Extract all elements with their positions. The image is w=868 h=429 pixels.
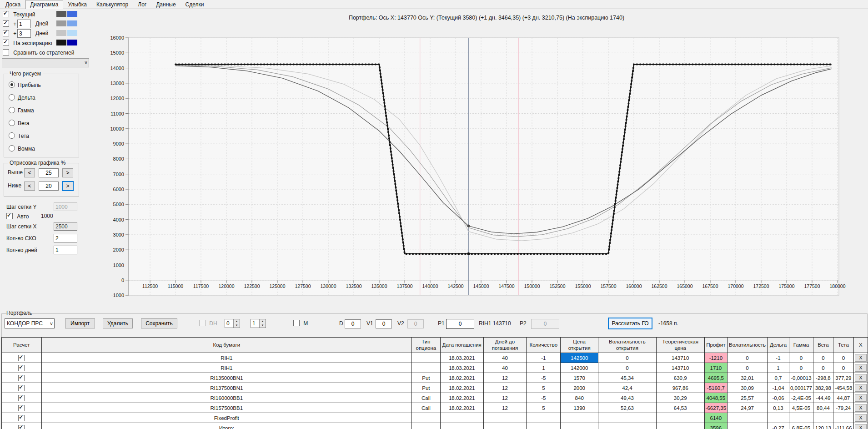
cell-type[interactable]: Put <box>411 373 440 383</box>
tab-Диаграмма[interactable]: Диаграмма <box>25 0 63 9</box>
cell-vol[interactable]: 0 <box>728 353 768 363</box>
cell-date[interactable]: 18.02.2021 <box>440 373 483 383</box>
row-calc-checkbox[interactable] <box>2 373 42 383</box>
layer-expiration-swatch-fill[interactable] <box>67 40 77 45</box>
cell-date[interactable] <box>440 423 483 429</box>
cell-vol[interactable]: 30,09 <box>728 383 768 393</box>
tab-Данные[interactable]: Данные <box>151 0 180 9</box>
cell-days[interactable]: 12 <box>483 403 527 413</box>
cell-delta[interactable]: 1 <box>768 363 789 373</box>
cell-qty[interactable]: 5 <box>527 403 561 413</box>
dh-checkbox[interactable] <box>199 320 206 326</box>
row-delete-cell[interactable]: X <box>853 363 868 373</box>
cell-vol_open[interactable]: 49,43 <box>598 393 657 403</box>
row-delete-cell[interactable]: X <box>853 413 868 423</box>
row-delete-cell[interactable]: X <box>853 383 868 393</box>
cell-type[interactable]: Call <box>411 403 440 413</box>
delete-button[interactable]: Удалить <box>103 318 133 328</box>
dh-spinner-1[interactable]: 0▲▼ <box>225 319 240 328</box>
cell-type[interactable]: Call <box>411 393 440 403</box>
checkbox-icon[interactable] <box>18 415 25 421</box>
portfolio-combo[interactable]: КОНДОР ПРС ∨ <box>5 318 55 328</box>
row-calc-checkbox[interactable] <box>2 383 42 393</box>
cell-date[interactable]: 18.03.2021 <box>440 363 483 373</box>
d-input[interactable] <box>345 319 361 328</box>
below-percent-input[interactable] <box>39 182 59 191</box>
cell-theta[interactable]: -454,58 <box>833 383 853 393</box>
checkbox-icon[interactable] <box>18 395 25 401</box>
cell-gamma[interactable]: -0,00013 <box>789 373 813 383</box>
cell-code[interactable]: RI137500BN1 <box>41 383 411 393</box>
cell-vol_open[interactable]: 45,34 <box>598 373 657 383</box>
import-button[interactable]: Импорт <box>65 318 95 328</box>
tab-Калькулятор[interactable]: Калькулятор <box>92 0 133 9</box>
tab-Лог[interactable]: Лог <box>133 0 151 9</box>
cell-vega[interactable]: 120,13 <box>813 423 833 429</box>
cell-qty[interactable] <box>527 423 561 429</box>
cell-delta[interactable]: -1,04 <box>768 383 789 393</box>
below-increment-button[interactable]: > <box>62 182 73 191</box>
cell-profit[interactable]: 4048,55 <box>704 393 727 403</box>
cell-days[interactable]: 12 <box>483 373 527 383</box>
sko-count-input[interactable] <box>54 234 77 242</box>
strategy-combo[interactable]: ∨ <box>2 58 89 67</box>
cell-theta[interactable]: 0 <box>833 363 853 373</box>
layer-plus1-swatch-fill[interactable] <box>67 20 77 26</box>
cell-type[interactable] <box>411 413 440 423</box>
row-delete-button[interactable]: X <box>855 414 867 422</box>
row-calc-checkbox[interactable] <box>2 353 42 363</box>
row-calc-checkbox[interactable] <box>2 413 42 423</box>
cell-code[interactable]: RI135000BN1 <box>41 373 411 383</box>
layer-plus1-swatch-line[interactable] <box>56 20 66 26</box>
cell-delta[interactable]: -1 <box>768 353 789 363</box>
cell-code[interactable]: RIH1 <box>41 363 411 373</box>
spinner-arrows-icon[interactable]: ▲▼ <box>233 319 240 328</box>
cell-type[interactable] <box>411 353 440 363</box>
cell-theta[interactable]: 377,29 <box>833 373 853 383</box>
row-delete-button[interactable]: X <box>855 354 867 362</box>
cell-type[interactable] <box>411 363 440 373</box>
row-delete-cell[interactable]: X <box>853 393 868 403</box>
above-decrement-button[interactable]: < <box>24 168 35 177</box>
cell-profit[interactable]: 4695,5 <box>704 373 727 383</box>
checkbox-icon[interactable] <box>18 425 25 429</box>
layer-current-checkbox[interactable] <box>3 11 9 17</box>
cell-gamma[interactable]: 4,5E-05 <box>789 403 813 413</box>
v1-input[interactable] <box>376 319 392 328</box>
cell-profit[interactable]: -1210 <box>704 353 727 363</box>
cell-qty[interactable]: -5 <box>527 373 561 383</box>
cell-delta[interactable]: -0,06 <box>768 393 789 403</box>
cell-price[interactable]: 1390 <box>561 403 598 413</box>
cell-vol[interactable] <box>728 423 768 429</box>
cell-code[interactable]: RI160000BB1 <box>41 393 411 403</box>
checkbox-icon[interactable] <box>18 385 25 391</box>
cell-type[interactable] <box>411 423 440 429</box>
cell-date[interactable] <box>440 413 483 423</box>
row-delete-cell[interactable]: X <box>853 353 868 363</box>
compare-strategy-checkbox[interactable] <box>3 49 9 56</box>
above-increment-button[interactable]: > <box>62 168 73 177</box>
cell-delta[interactable]: 0,13 <box>768 403 789 413</box>
cell-days[interactable]: 12 <box>483 393 527 403</box>
cell-theo[interactable]: 143710 <box>656 363 704 373</box>
above-percent-input[interactable] <box>39 168 59 177</box>
cell-date[interactable]: 18.02.2021 <box>440 383 483 393</box>
layer-plus1-checkbox[interactable] <box>3 20 9 27</box>
layer-plus3-swatch-line[interactable] <box>56 30 66 36</box>
row-delete-cell[interactable]: X <box>853 403 868 413</box>
tab-Улыбка[interactable]: Улыбка <box>64 0 92 9</box>
plus1-days-input[interactable] <box>17 20 31 28</box>
row-calc-checkbox[interactable] <box>2 423 42 429</box>
auto-grid-checkbox[interactable] <box>6 213 13 219</box>
calc-margin-button[interactable]: Рассчитать ГО <box>608 318 652 329</box>
cell-vega[interactable]: 382,98 <box>813 383 833 393</box>
cell-profit[interactable]: 1710 <box>704 363 727 373</box>
cell-gamma[interactable]: -2,4E-05 <box>789 393 813 403</box>
cell-profit[interactable]: 3596 <box>704 423 727 429</box>
spinner-arrows-icon[interactable]: ▲▼ <box>259 319 266 328</box>
grid-step-x-input[interactable] <box>54 222 77 231</box>
p2-input[interactable] <box>531 319 559 329</box>
cell-qty[interactable]: -5 <box>527 393 561 403</box>
cell-vol_open[interactable]: 42,4 <box>598 383 657 393</box>
grid-step-y-input[interactable] <box>54 202 77 211</box>
